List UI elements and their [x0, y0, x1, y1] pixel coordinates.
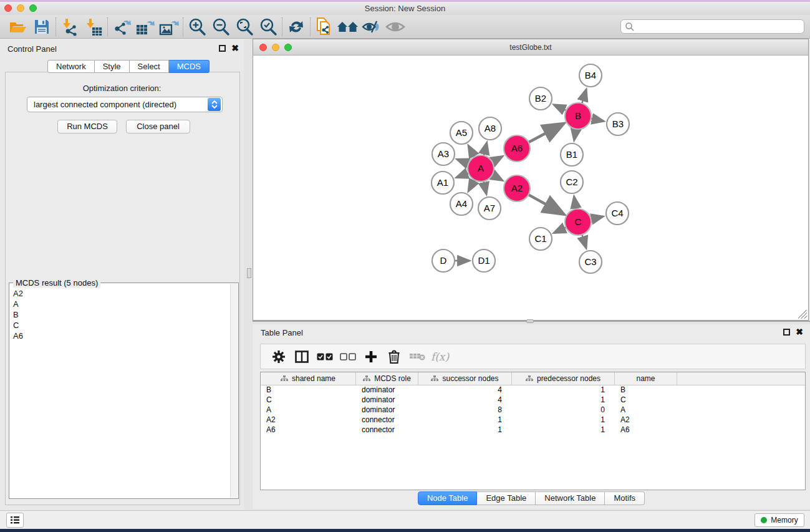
zoom-selected-button[interactable] [256, 16, 280, 37]
graph-node-D1[interactable]: D1 [473, 249, 495, 272]
optimization-criterion-select[interactable]: largest connected component (directed) [27, 97, 223, 112]
float-panel-icon[interactable] [783, 329, 790, 336]
copy-network-button[interactable] [312, 16, 336, 37]
table-cell[interactable]: 4 [418, 385, 512, 395]
graph-edge-C-C1[interactable] [554, 228, 566, 233]
graph-node-A[interactable]: A [468, 155, 494, 181]
graph-edge-B-B4[interactable] [582, 89, 586, 104]
table-cell[interactable]: A2 [261, 415, 356, 425]
refresh-layout-button[interactable] [284, 16, 308, 37]
table-cell[interactable]: 8 [418, 405, 512, 415]
column-header-shared-name[interactable]: shared name [261, 372, 356, 385]
graph-node-A1[interactable]: A1 [432, 172, 454, 194]
graph-node-A4[interactable]: A4 [450, 193, 473, 215]
table-row[interactable]: Adominator80A [261, 405, 805, 415]
tab-network-table[interactable]: Network Table [536, 491, 605, 505]
save-session-button[interactable] [30, 16, 54, 37]
graph-node-A8[interactable]: A8 [479, 117, 501, 140]
table-row[interactable]: A6connector11A6 [261, 425, 805, 435]
home-view-button[interactable] [336, 16, 360, 37]
list-item[interactable]: A2 [11, 288, 229, 299]
network-graph-canvas[interactable]: B4B2BB3B1A5A8A6A3AA1C2A2A4A7C4CC1C3DD1 [253, 56, 808, 320]
column-header-predecessor-nodes[interactable]: predecessor nodes [512, 372, 615, 385]
search-input[interactable] [635, 22, 804, 31]
tab-mcds[interactable]: MCDS [169, 60, 210, 73]
graph-edge-C-C2[interactable] [574, 196, 576, 210]
zoom-in-button[interactable] [185, 16, 209, 37]
graph-node-C4[interactable]: C4 [606, 202, 629, 225]
zoom-out-button[interactable] [209, 16, 233, 37]
close-panel-icon[interactable]: ✖ [796, 329, 803, 336]
task-history-button[interactable] [6, 513, 24, 528]
tab-node-table[interactable]: Node Table [418, 491, 478, 505]
close-panel-icon[interactable]: ✖ [231, 45, 239, 52]
panel-splitter-handle[interactable] [247, 268, 251, 278]
graph-node-B3[interactable]: B3 [607, 113, 629, 135]
table-row[interactable]: A2connector11A2 [261, 415, 805, 425]
deselect-all-button[interactable] [336, 347, 359, 367]
graph-edge-B-B1[interactable] [574, 129, 576, 141]
table-cell[interactable]: dominator [356, 385, 418, 395]
table-cell[interactable]: A6 [261, 425, 356, 435]
table-row[interactable]: Cdominator41C [261, 395, 805, 405]
table-cell[interactable]: dominator [356, 405, 418, 415]
graph-edge-A-A2[interactable] [492, 175, 503, 180]
table-cell[interactable]: 1 [418, 415, 512, 425]
table-cell[interactable]: C [615, 395, 677, 405]
graph-edge-A6-B[interactable] [529, 123, 564, 142]
table-cell[interactable]: 4 [418, 395, 512, 405]
run-mcds-button[interactable]: Run MCDS [57, 120, 117, 133]
open-session-button[interactable] [6, 16, 30, 37]
table-cell[interactable]: dominator [356, 395, 418, 405]
zoom-fit-button[interactable] [233, 16, 256, 37]
memory-button[interactable]: Memory [755, 513, 804, 527]
toolbar-search[interactable] [620, 19, 804, 34]
tab-motifs[interactable]: Motifs [605, 491, 645, 505]
column-layout-button[interactable] [290, 347, 313, 367]
node-table[interactable]: shared name MCDS role successor nodes pr… [260, 372, 806, 490]
import-network-button[interactable] [58, 16, 82, 37]
graph-edge-B-B3[interactable] [591, 118, 604, 121]
graph-node-A5[interactable]: A5 [450, 122, 473, 144]
graph-node-A3[interactable]: A3 [432, 143, 455, 165]
table-cell[interactable]: connector [356, 415, 418, 425]
graph-edge-A-A8[interactable] [484, 142, 487, 155]
table-cell[interactable]: 1 [512, 415, 615, 425]
resize-grip-icon[interactable] [798, 310, 807, 319]
list-item[interactable]: A6 [11, 331, 229, 341]
graph-edge-A2-C[interactable] [528, 195, 564, 214]
hide-annotations-button[interactable] [360, 16, 383, 37]
graph-edge-A-A5[interactable] [468, 145, 475, 157]
export-image-button[interactable] [157, 16, 181, 37]
graph-edge-C-C3[interactable] [582, 235, 586, 248]
graph-node-A2[interactable]: A2 [504, 175, 530, 201]
import-table-button[interactable] [82, 16, 105, 37]
table-cell[interactable]: 1 [512, 395, 615, 405]
float-panel-icon[interactable] [219, 45, 226, 52]
table-cell[interactable]: 1 [512, 425, 615, 435]
table-cell[interactable]: B [261, 385, 356, 395]
graph-node-D[interactable]: D [432, 249, 455, 272]
table-row[interactable]: Bdominator41B [261, 385, 805, 395]
graph-edge-A-A1[interactable] [456, 173, 469, 177]
table-cell[interactable]: 1 [418, 425, 512, 435]
graph-node-B[interactable]: B [565, 103, 591, 129]
column-header-mcds-role[interactable]: MCDS role [356, 372, 418, 385]
tab-style[interactable]: Style [95, 60, 130, 73]
settings-gear-button[interactable] [267, 347, 290, 367]
add-column-button[interactable] [359, 347, 382, 367]
network-window-titlebar[interactable]: testGlobe.txt [253, 39, 808, 56]
graph-node-C[interactable]: C [565, 209, 591, 235]
list-item[interactable]: B [11, 309, 229, 320]
column-header-successor-nodes[interactable]: successor nodes [418, 372, 512, 385]
table-cell[interactable]: B [615, 385, 677, 395]
show-eye-button[interactable] [383, 16, 407, 37]
graph-node-A6[interactable]: A6 [504, 135, 530, 162]
mcds-result-list[interactable]: A2 A B C A6 [11, 288, 229, 497]
column-header-name[interactable]: name [615, 372, 677, 385]
table-cell[interactable]: A2 [615, 415, 677, 425]
graph-node-B1[interactable]: B1 [561, 143, 583, 166]
table-cell[interactable]: connector [356, 425, 418, 435]
table-cell[interactable]: C [261, 395, 356, 405]
delete-column-button[interactable] [382, 347, 405, 367]
